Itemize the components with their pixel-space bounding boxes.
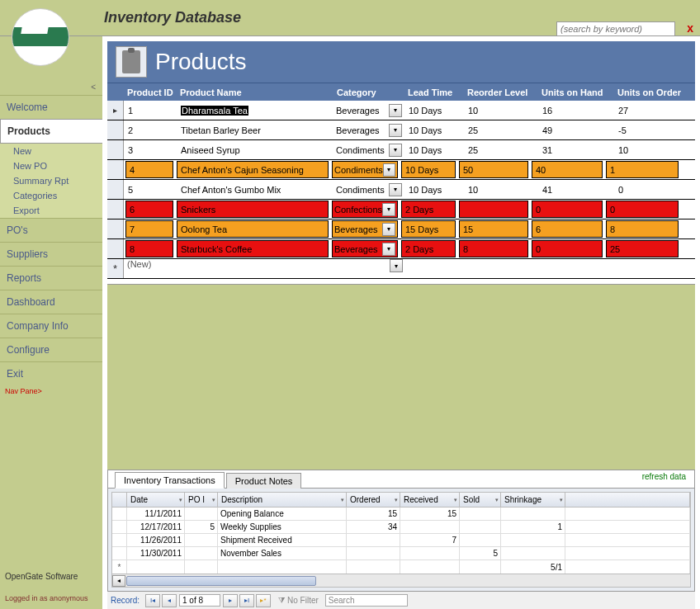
dropdown-icon[interactable]: ▾ [382, 203, 395, 216]
dropdown-icon[interactable]: ▾ [382, 243, 395, 256]
cell-product-name[interactable]: Dharamsala Tea [181, 106, 248, 116]
scroll-thumb[interactable] [126, 576, 316, 586]
dropdown-icon[interactable]: ▾ [389, 124, 402, 137]
cell-product-name[interactable]: Starbuck's Coffee [177, 240, 329, 257]
table-row[interactable]: 2Tibetan Barley BeerBeverages▾10 Days254… [107, 120, 695, 140]
cell-units-hand[interactable]: 41 [538, 180, 614, 199]
cell-units-order[interactable]: 25 [606, 240, 679, 257]
cell-date[interactable]: 11/30/2011 [127, 547, 185, 559]
nav-products-export[interactable]: Export [0, 203, 102, 218]
cell-received[interactable] [400, 547, 460, 559]
nav-welcome[interactable]: Welcome [0, 95, 102, 119]
cell-units-hand[interactable]: 0 [532, 240, 603, 257]
dropdown-icon[interactable]: ▾ [389, 104, 402, 117]
row-selector[interactable] [107, 180, 124, 199]
row-selector[interactable] [107, 101, 124, 120]
close-search-icon[interactable]: x [687, 21, 693, 35]
transaction-row[interactable]: 12/17/20115Weekly Supplies341 [112, 521, 690, 534]
cell-lead-time[interactable]: 2 Days [401, 240, 456, 257]
trans-col-po[interactable]: PO I▾ [185, 493, 218, 507]
cell-product-id[interactable]: 5 [124, 180, 177, 199]
cell-units-order[interactable]: 1 [606, 161, 679, 178]
trans-new-selector[interactable]: * [112, 560, 127, 574]
nav-configure[interactable]: Configure [0, 338, 102, 361]
nav-pane-toggle[interactable]: Nav Pane> [0, 385, 102, 397]
nav-products-categories[interactable]: Categories [0, 188, 102, 203]
row-selector[interactable] [107, 160, 124, 179]
transaction-row[interactable]: 11/1/2011Opening Balance1515 [112, 508, 690, 521]
cell-po[interactable] [185, 508, 218, 520]
new-record-row[interactable]: (New)▾ [107, 259, 695, 279]
trans-col-sold[interactable]: Sold▾ [460, 493, 501, 507]
cell-product-id[interactable]: 1 [124, 101, 177, 120]
table-row[interactable]: 3Aniseed SyrupCondiments▾10 Days253110 [107, 140, 695, 160]
row-selector-new[interactable] [107, 259, 124, 278]
cell-po[interactable]: 5 [185, 521, 218, 533]
nav-company-info[interactable]: Company Info [0, 314, 102, 338]
cell-lead-time[interactable]: 10 Days [404, 180, 464, 199]
nav-exit[interactable]: Exit [0, 361, 102, 385]
transaction-row[interactable]: 11/26/2011Shipment Received7 [112, 534, 690, 547]
cell-reorder[interactable]: 25 [464, 140, 538, 159]
cell-po[interactable] [185, 534, 218, 546]
trans-col-description[interactable]: Description▾ [218, 493, 347, 507]
nav-products[interactable]: Products [0, 119, 103, 144]
refresh-data-link[interactable]: refresh data [642, 472, 686, 481]
cell-shrinkage[interactable] [501, 547, 565, 559]
cell-units-hand[interactable]: 31 [538, 140, 614, 159]
cell-product-name[interactable]: Aniseed Syrup [177, 140, 333, 159]
cell-category[interactable]: Beverages▾ [333, 101, 404, 120]
row-selector[interactable] [107, 220, 124, 238]
trans-row-selector[interactable] [112, 508, 127, 520]
cell-date[interactable]: 12/17/2011 [127, 521, 185, 533]
table-row[interactable]: 5Chef Anton's Gumbo MixCondiments▾10 Day… [107, 180, 695, 200]
dropdown-icon[interactable]: ▾ [390, 259, 403, 272]
cell-reorder[interactable]: 50 [459, 161, 528, 178]
cell-units-hand[interactable]: 6 [532, 220, 603, 238]
cell-trailing[interactable]: 5/1 [501, 560, 565, 574]
nav-suppliers[interactable]: Suppliers [0, 242, 102, 266]
cell-description[interactable]: November Sales [218, 547, 347, 559]
cell-product-name[interactable]: Tibetan Barley Beer [177, 120, 333, 139]
cell-units-hand[interactable]: 40 [532, 161, 603, 178]
cell-units-order[interactable]: -5 [614, 120, 692, 139]
horizontal-scrollbar[interactable]: ◂ [112, 574, 690, 587]
cell-units-order[interactable]: 0 [614, 180, 692, 199]
cell-units-order[interactable]: 0 [606, 201, 679, 218]
cell-new-label[interactable]: (New) [124, 259, 177, 278]
cell-units-order[interactable]: 27 [614, 101, 692, 120]
cell-category[interactable]: Condiments▾ [332, 161, 398, 178]
cell-product-name[interactable]: Oolong Tea [177, 220, 329, 238]
cell-units-hand[interactable]: 0 [532, 201, 603, 218]
dropdown-icon[interactable]: ▾ [382, 223, 395, 236]
cell-sold[interactable]: 5 [460, 547, 501, 559]
cell-shrinkage[interactable]: 1 [501, 521, 565, 533]
row-selector[interactable] [107, 140, 124, 159]
tab-product-notes[interactable]: Product Notes [226, 473, 302, 489]
cell-description[interactable]: Opening Balance [218, 508, 347, 520]
cell-date[interactable]: 11/1/2011 [127, 508, 185, 520]
cell-ordered[interactable] [347, 547, 400, 559]
cell-category[interactable]: Condiments▾ [333, 180, 404, 199]
nav-new-icon[interactable]: ▸* [256, 594, 271, 607]
trans-row-selector[interactable] [112, 534, 127, 546]
table-row[interactable]: 8Starbuck's CoffeeBeverages▾2 Days8025 [107, 239, 695, 259]
cell-po[interactable] [185, 547, 218, 559]
scroll-left-icon[interactable]: ◂ [112, 575, 125, 587]
trans-row-selector[interactable] [112, 547, 127, 559]
cell-product-id[interactable]: 6 [125, 201, 173, 218]
nav-next-icon[interactable]: ▸ [223, 594, 238, 607]
dropdown-icon[interactable]: ▾ [389, 183, 402, 196]
table-row[interactable]: 1Dharamsala TeaBeverages▾10 Days101627 [107, 101, 695, 120]
cell-product-id[interactable]: 2 [124, 120, 177, 139]
tab-inventory-transactions[interactable]: Inventory Transactions [115, 472, 225, 489]
cell-reorder[interactable]: 25 [464, 120, 538, 139]
search-input[interactable] [556, 21, 675, 36]
cell-reorder[interactable]: 8 [459, 240, 528, 257]
cell-description[interactable]: Weekly Supplies [218, 521, 347, 533]
trans-col-ordered[interactable]: Ordered▾ [347, 493, 400, 507]
cell-units-order[interactable]: 10 [614, 140, 692, 159]
cell-lead-time[interactable]: 10 Days [401, 161, 456, 178]
trans-col-shrinkage[interactable]: Shrinkage▾ [501, 493, 565, 507]
transaction-row[interactable]: 11/30/2011November Sales5 [112, 547, 690, 560]
